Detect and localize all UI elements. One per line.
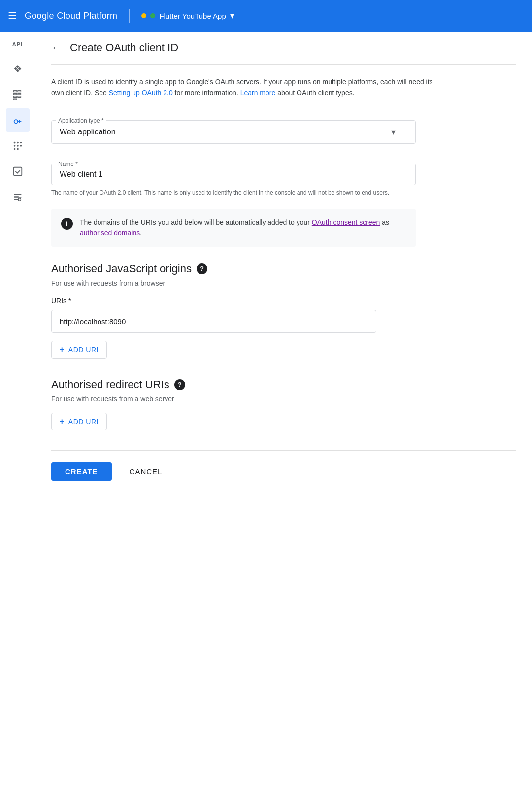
redirect-uris-section: Authorised redirect URIs ? For use with … [51, 378, 516, 430]
header-divider [129, 9, 130, 23]
description-text: A client ID is used to identify a single… [51, 76, 435, 98]
svg-point-10 [20, 142, 22, 144]
name-hint: The name of your OAuth 2.0 client. This … [51, 188, 416, 197]
redirect-uris-title: Authorised redirect URIs ? [51, 378, 516, 391]
app-body: API ❖ [0, 32, 532, 788]
consent-screen-link[interactable]: OAuth consent screen [312, 218, 380, 226]
svg-point-14 [13, 148, 15, 150]
svg-point-13 [20, 145, 22, 147]
svg-point-11 [13, 145, 15, 147]
svg-rect-6 [18, 96, 21, 98]
main-content: ← Create OAuth client ID A client ID is … [35, 32, 532, 788]
sidebar-icon-settings[interactable] [6, 185, 30, 209]
project-dot-2 [150, 13, 155, 18]
svg-rect-16 [13, 167, 22, 176]
svg-point-8 [13, 142, 15, 144]
back-button[interactable]: ← [51, 41, 62, 54]
add-uri-label-1: ADD URI [68, 346, 99, 354]
project-selector[interactable]: Flutter YouTube App ▾ [141, 10, 234, 21]
dropdown-arrow-icon: ▾ [391, 127, 396, 137]
application-type-field: Application type Web application ▾ [51, 112, 416, 144]
js-origins-help-icon[interactable]: ? [197, 263, 207, 274]
svg-point-12 [17, 145, 19, 147]
api-label: API [12, 37, 23, 55]
app-logo: Google Cloud Platform [25, 11, 117, 21]
application-type-label: Application type [56, 117, 106, 124]
application-type-select[interactable]: Web application ▾ [51, 120, 416, 144]
name-field-group: Name Web client 1 The name of your OAuth… [51, 156, 416, 197]
svg-rect-5 [18, 93, 21, 95]
sidebar-icon-check[interactable] [6, 160, 30, 183]
name-input[interactable]: Web client 1 [51, 164, 416, 185]
content-area: A client ID is used to identify a single… [51, 65, 516, 481]
sidebar-icon-credentials[interactable] [6, 108, 30, 132]
sidebar: API ❖ [0, 32, 35, 788]
info-text: The domains of the URIs you add below wi… [80, 217, 406, 239]
add-uri-label-2: ADD URI [68, 418, 99, 426]
chevron-down-icon: ▾ [230, 10, 234, 21]
learn-more-link[interactable]: Learn more [240, 89, 276, 97]
sidebar-icon-grid[interactable]: ❖ [6, 57, 30, 81]
add-uri-button-2[interactable]: + ADD URI [51, 413, 107, 430]
uris-label: URIs * [51, 297, 516, 305]
sidebar-icon-dashboard[interactable] [6, 83, 30, 106]
js-origins-desc: For use with requests from a browser [51, 279, 516, 287]
top-header: ☰ Google Cloud Platform Flutter YouTube … [0, 0, 532, 32]
redirect-uris-desc: For use with requests from a web server [51, 395, 516, 403]
svg-rect-1 [13, 93, 16, 95]
info-box: i The domains of the URIs you add below … [51, 209, 416, 247]
hamburger-icon[interactable]: ☰ [8, 10, 17, 22]
page-header: ← Create OAuth client ID [51, 32, 516, 65]
svg-rect-0 [13, 91, 16, 92]
plus-icon-2: + [60, 417, 65, 426]
svg-rect-4 [18, 91, 21, 92]
project-dot-1 [141, 13, 146, 18]
svg-point-9 [17, 142, 19, 144]
authorised-domains-link[interactable]: authorised domains [80, 229, 140, 237]
redirect-uris-help-icon[interactable]: ? [174, 379, 185, 390]
plus-icon-1: + [60, 345, 65, 354]
bottom-actions: CREATE CANCEL [51, 450, 516, 481]
name-label: Name [56, 161, 80, 167]
cancel-button[interactable]: CANCEL [120, 462, 172, 481]
application-type-value: Web application [60, 128, 116, 136]
svg-point-15 [17, 148, 19, 150]
info-icon: i [61, 218, 73, 230]
add-uri-button-1[interactable]: + ADD URI [51, 341, 107, 359]
create-button[interactable]: CREATE [51, 462, 112, 481]
uri-input-1[interactable] [51, 310, 376, 333]
svg-rect-2 [13, 96, 16, 98]
js-origins-section: Authorised JavaScript origins ? For use … [51, 263, 516, 359]
js-origins-title: Authorised JavaScript origins ? [51, 263, 516, 275]
sidebar-icon-dots[interactable] [6, 134, 30, 158]
setting-up-oauth-link[interactable]: Setting up OAuth 2.0 [109, 89, 173, 97]
page-title: Create OAuth client ID [70, 41, 178, 54]
svg-rect-3 [13, 98, 16, 100]
project-name: Flutter YouTube App [159, 12, 226, 20]
svg-point-7 [14, 120, 17, 123]
